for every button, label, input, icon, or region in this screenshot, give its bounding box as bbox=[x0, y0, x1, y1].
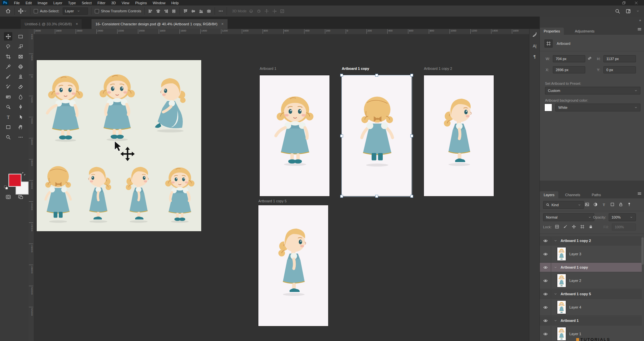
pixel-layers-filter-icon[interactable] bbox=[583, 201, 590, 208]
slice-tool[interactable] bbox=[16, 52, 25, 61]
chevron-down-icon[interactable] bbox=[636, 9, 639, 13]
layer-filter-select[interactable]: Kind bbox=[543, 201, 584, 209]
align-vertical-centers-icon[interactable] bbox=[171, 9, 176, 14]
visibility-eye-icon[interactable] bbox=[540, 289, 551, 298]
group-chevron-icon[interactable] bbox=[554, 239, 557, 243]
home-icon[interactable] bbox=[5, 8, 11, 14]
selection-handle[interactable] bbox=[340, 74, 343, 77]
layer-row-artboard-1[interactable]: Artboard 1 bbox=[540, 316, 642, 325]
lock-transparent-icon[interactable] bbox=[554, 223, 560, 230]
layer-row-layer-3[interactable]: Layer 3 bbox=[540, 246, 642, 262]
preset-select[interactable]: Custom bbox=[545, 87, 640, 95]
type-tool[interactable]: T bbox=[4, 113, 12, 121]
blend-mode-select[interactable]: Normal bbox=[543, 213, 594, 221]
default-colors-icon[interactable] bbox=[4, 185, 8, 190]
menu-help[interactable]: Help bbox=[168, 1, 182, 5]
lock-all-icon[interactable] bbox=[588, 223, 594, 230]
canvas-pasteboard[interactable]: Artboard 1 Artboard 1 copy bbox=[34, 34, 529, 341]
distribute-bottom-edges-icon[interactable] bbox=[199, 9, 204, 14]
artboard-1-copy-5[interactable] bbox=[258, 205, 328, 326]
auto-select-checkbox[interactable] bbox=[34, 9, 38, 13]
paragraph-panel-icon[interactable]: ¶ bbox=[532, 54, 538, 59]
gradient-tool[interactable] bbox=[4, 93, 12, 101]
menu-image[interactable]: Image bbox=[35, 1, 51, 5]
tab-properties[interactable]: Properties bbox=[540, 28, 564, 35]
layer-row-layer-2[interactable]: Layer 2 bbox=[540, 272, 642, 289]
align-left-edges-icon[interactable] bbox=[148, 9, 153, 14]
visibility-eye-icon[interactable] bbox=[540, 236, 551, 245]
tab-adjustments[interactable]: Adjustments bbox=[571, 28, 599, 35]
menu-type[interactable]: Type bbox=[65, 1, 79, 5]
window-restore-icon[interactable] bbox=[622, 1, 626, 5]
link-dimensions-icon[interactable] bbox=[587, 56, 592, 61]
object-selection-tool[interactable] bbox=[16, 42, 25, 51]
path-selection-tool[interactable] bbox=[16, 113, 25, 121]
shape-layers-filter-icon[interactable] bbox=[609, 201, 616, 208]
artboard-bg-swatch[interactable] bbox=[544, 104, 552, 111]
selection-handle[interactable] bbox=[410, 134, 413, 137]
artboard-label[interactable]: Artboard 1 copy 2 bbox=[424, 67, 452, 70]
swap-colors-icon[interactable] bbox=[21, 172, 26, 176]
layer-thumbnail[interactable] bbox=[557, 274, 566, 287]
artboard-1[interactable] bbox=[260, 75, 329, 196]
ruler-origin[interactable] bbox=[29, 29, 34, 34]
eyedropper-tool[interactable] bbox=[4, 62, 12, 71]
move-tool-icon[interactable] bbox=[18, 8, 24, 14]
layers-scrollbar[interactable] bbox=[641, 237, 644, 265]
group-chevron-icon[interactable] bbox=[554, 266, 557, 269]
artboard-label[interactable]: Artboard 1 bbox=[260, 67, 276, 70]
selection-handle[interactable] bbox=[410, 74, 413, 77]
menu-plugins[interactable]: Plugins bbox=[132, 1, 150, 5]
collapse-panels-icon[interactable]: » bbox=[639, 18, 641, 22]
artboard-1-copy[interactable] bbox=[342, 75, 412, 196]
tab-paths[interactable]: Paths bbox=[588, 191, 605, 198]
character-panel-icon[interactable]: A| bbox=[532, 43, 538, 49]
layer-row-artboard-1-copy[interactable]: Artboard 1 copy bbox=[540, 263, 642, 272]
layer-filter-toggle-icon[interactable] bbox=[625, 201, 633, 208]
workspace-icon[interactable] bbox=[625, 8, 631, 14]
distribute-top-edges-icon[interactable] bbox=[183, 9, 188, 14]
panel-menu-icon[interactable] bbox=[637, 27, 642, 32]
reference-artboard[interactable] bbox=[37, 60, 201, 231]
lock-move-icon[interactable] bbox=[571, 223, 577, 230]
document-tab-2[interactable]: 16- Consistent Character design.psd @ 40… bbox=[92, 19, 228, 29]
layer-row-artboard-1-copy-2[interactable]: Artboard 1 copy 2 bbox=[540, 236, 642, 246]
artboard-label[interactable]: Artboard 1 copy 5 bbox=[258, 199, 287, 203]
menu-select[interactable]: Select bbox=[79, 1, 95, 5]
menu-3d[interactable]: 3D bbox=[108, 1, 119, 5]
width-input[interactable]: 704 px bbox=[553, 55, 585, 62]
auto-select-dropdown[interactable]: Layer bbox=[63, 7, 88, 15]
menu-edit[interactable]: Edit bbox=[23, 1, 35, 5]
visibility-eye-icon[interactable] bbox=[540, 326, 551, 341]
group-chevron-icon[interactable] bbox=[554, 292, 557, 296]
tab-layers[interactable]: Layers bbox=[540, 191, 558, 198]
pen-tool[interactable] bbox=[16, 103, 25, 111]
selection-handle[interactable] bbox=[340, 134, 343, 137]
lock-artboard-icon[interactable] bbox=[579, 223, 585, 230]
tab-close-icon[interactable]: × bbox=[76, 22, 78, 26]
blur-tool[interactable] bbox=[16, 93, 25, 101]
visibility-eye-icon[interactable] bbox=[540, 263, 551, 272]
align-horizontal-centers-icon[interactable] bbox=[156, 9, 161, 14]
x-input[interactable]: 2896 px bbox=[553, 66, 585, 73]
lock-paint-icon[interactable] bbox=[563, 223, 568, 230]
history-brush-tool[interactable] bbox=[4, 82, 12, 91]
visibility-eye-icon[interactable] bbox=[540, 272, 551, 289]
type-layers-filter-icon[interactable]: T bbox=[600, 201, 607, 208]
clone-stamp-tool[interactable] bbox=[16, 72, 25, 81]
menu-file[interactable]: File bbox=[11, 1, 23, 5]
brushes-panel-icon[interactable] bbox=[532, 32, 538, 37]
hand-tool[interactable] bbox=[16, 123, 25, 131]
opacity-input[interactable]: 100% bbox=[609, 213, 636, 221]
distribute-horizontal-centers-icon[interactable] bbox=[206, 9, 211, 14]
selection-handle[interactable] bbox=[410, 195, 413, 198]
brush-tool[interactable] bbox=[4, 72, 12, 81]
healing-tool[interactable] bbox=[16, 62, 25, 71]
foreground-color-swatch[interactable] bbox=[8, 174, 21, 187]
layer-thumbnail[interactable] bbox=[557, 327, 566, 341]
show-transform-checkbox[interactable] bbox=[95, 9, 99, 13]
layer-thumbnail[interactable] bbox=[557, 300, 566, 314]
adjustment-layers-filter-icon[interactable] bbox=[592, 201, 599, 208]
artboard-bg-select[interactable]: White bbox=[555, 104, 640, 111]
ellipsis-icon[interactable] bbox=[218, 8, 223, 14]
